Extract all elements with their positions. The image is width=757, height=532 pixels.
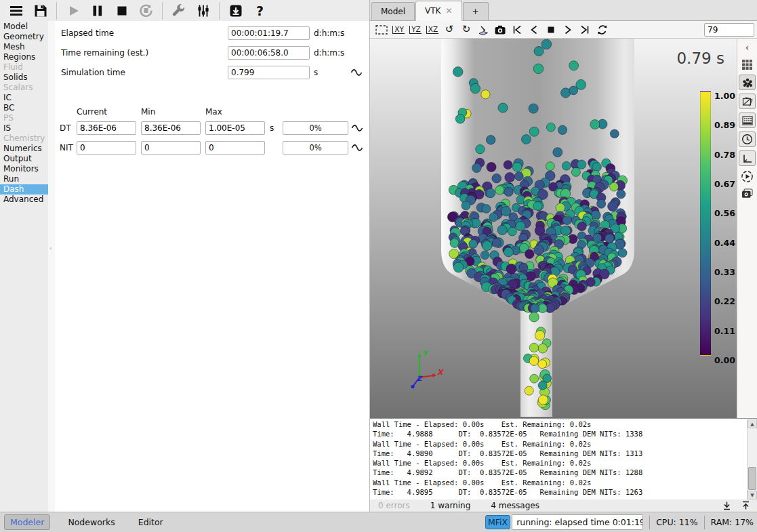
axes-toggle-button[interactable] <box>739 150 756 166</box>
reset-view-icon[interactable] <box>374 23 389 37</box>
view-xy-icon[interactable]: XY <box>391 23 406 37</box>
scroll-to-bottom-icon[interactable] <box>720 500 733 511</box>
status-separator <box>649 516 650 529</box>
snapshot-camera-icon[interactable] <box>493 23 508 37</box>
dash-panel: Elapsed time d:h:m:s Time remaining (est… <box>55 21 369 512</box>
capture-image-icon[interactable] <box>739 186 756 200</box>
console-line: Time: 4.9888 DT: 0.83572E-05 Remaining D… <box>373 429 745 438</box>
console-log: Wall Time - Elapsed: 0.00s Est. Remainin… <box>373 420 745 499</box>
next-frame-icon[interactable] <box>560 23 575 37</box>
menu-icon[interactable] <box>4 1 28 20</box>
rotate-left-icon[interactable]: ↺ <box>442 23 457 37</box>
tab-model[interactable]: Model <box>371 2 415 20</box>
parameters-sliders-icon[interactable] <box>191 1 215 20</box>
nav-item-fluid: Fluid <box>0 62 48 73</box>
help-icon[interactable]: ? <box>248 1 272 20</box>
elapsed-time-unit: d:h:m:s <box>314 28 348 38</box>
nav-item-advanced[interactable]: Advanced <box>0 195 48 205</box>
messages-count[interactable]: 4 messages <box>491 501 539 510</box>
nav-item-bc[interactable]: BC <box>0 103 48 113</box>
console-output[interactable]: ····· Wall Time - Elapsed: 0.00s Est. Re… <box>370 418 757 499</box>
first-frame-icon[interactable] <box>510 23 525 37</box>
header-current: Current <box>77 107 141 117</box>
colorbar-tick: 0.89 <box>714 120 735 130</box>
scroll-down-arrow[interactable]: ▼ <box>748 491 757 499</box>
console-line: Time: 4.9892 DT: 0.83572E-05 Remaining D… <box>373 468 745 477</box>
mode-tab-editor[interactable]: Editor <box>133 515 169 529</box>
time-remaining-unit: d:h:m:s <box>314 48 348 58</box>
stop-icon[interactable] <box>110 1 134 20</box>
view-yz-icon[interactable]: YZ <box>408 23 423 37</box>
scroll-to-top-icon[interactable] <box>739 500 752 511</box>
errors-count[interactable]: 0 errors <box>378 501 410 510</box>
particles-toggle-button[interactable] <box>739 75 756 90</box>
last-frame-icon[interactable] <box>577 23 592 37</box>
plot-squiggle-icon[interactable] <box>350 123 365 133</box>
toolbar-separator <box>56 2 57 20</box>
nav-item-model[interactable]: Model <box>0 22 48 32</box>
plot-squiggle-icon[interactable] <box>349 68 364 77</box>
dt-label: DT <box>60 123 77 133</box>
tab-close-icon[interactable]: ✕ <box>445 6 452 16</box>
nav-item-numerics[interactable]: Numerics <box>0 144 48 154</box>
nit-current-input[interactable] <box>77 141 136 155</box>
nav-item-mesh[interactable]: Mesh <box>0 42 48 52</box>
nav-item-dash[interactable]: Dash <box>0 184 48 195</box>
tab-vtk[interactable]: VTK ✕ <box>415 1 462 21</box>
nav-item-output[interactable]: Output <box>0 154 48 164</box>
rotate-right-icon[interactable]: ↻ <box>459 23 474 37</box>
run-status-field: running: elapsed time 0:01:19 <box>512 514 643 530</box>
render-time-label: 0.79 s <box>676 49 724 67</box>
dt-min-input[interactable] <box>141 121 201 135</box>
console-scrollbar[interactable]: ▲ ▼ <box>747 420 757 499</box>
time-remaining-input[interactable] <box>228 46 310 60</box>
message-bar-icons <box>720 500 757 511</box>
nav-item-monitors[interactable]: Monitors <box>0 164 48 174</box>
nav-item-ic[interactable]: IC <box>0 93 48 103</box>
elapsed-time-input[interactable] <box>228 26 310 40</box>
frame-number-input[interactable] <box>704 23 754 37</box>
settings-wrench-icon[interactable] <box>167 1 190 20</box>
dt-max-input[interactable] <box>205 121 265 135</box>
stop-playback-icon[interactable] <box>544 23 558 37</box>
nav-item-solids[interactable]: Solids <box>0 73 48 83</box>
nit-max-input[interactable] <box>205 141 265 155</box>
view-xz-icon[interactable]: XZ <box>425 23 440 37</box>
toolbar-separator <box>219 2 220 20</box>
time-label-toggle-button[interactable] <box>739 131 756 147</box>
mode-tab-modeler[interactable]: Modeler <box>4 514 50 530</box>
perspective-icon[interactable] <box>476 23 491 37</box>
colorbar-tick: 0.78 <box>714 150 735 160</box>
colorbar-tick: 0.11 <box>714 326 735 336</box>
collapse-panel-icon[interactable]: ‹ <box>739 41 756 54</box>
update-icon[interactable] <box>224 1 247 20</box>
dt-current-input[interactable] <box>77 121 136 135</box>
grid-icon[interactable] <box>739 58 756 71</box>
view-xy-label: XY <box>392 26 405 34</box>
mode-tab-nodeworks[interactable]: Nodeworks <box>62 515 120 529</box>
vtk-scene[interactable]: X Y Z 0.79 s 1.000.890.780.670.560.440.3… <box>370 39 737 418</box>
console-line: Time: 4.9895 DT: 0.83572E-05 Remaining D… <box>373 487 745 497</box>
colorbar-toggle-button[interactable] <box>739 112 756 128</box>
play-loop-icon[interactable] <box>594 23 609 37</box>
scrollbar-thumb[interactable] <box>748 467 756 490</box>
nav-item-is[interactable]: IS <box>0 123 48 134</box>
tab-new[interactable]: + <box>463 2 489 20</box>
run-status-group: MFiX running: elapsed time 0:01:19 <box>485 514 643 530</box>
nav-item-run[interactable]: Run <box>0 174 48 184</box>
geometry-toggle-button[interactable] <box>739 94 756 109</box>
nav-splitter[interactable]: ‹ <box>48 21 55 512</box>
nav-item-geometry[interactable]: Geometry <box>0 32 48 42</box>
nav-item-regions[interactable]: Regions <box>0 52 48 62</box>
plot-squiggle-icon[interactable] <box>350 143 365 152</box>
simulation-time-input[interactable] <box>228 66 310 79</box>
save-icon[interactable] <box>28 1 52 20</box>
previous-frame-icon[interactable] <box>527 23 541 37</box>
pause-icon[interactable] <box>85 1 109 20</box>
nit-min-input[interactable] <box>141 141 201 155</box>
dt-progress-bar: 0% <box>283 121 348 135</box>
play-animation-icon[interactable] <box>739 169 756 183</box>
warnings-count[interactable]: 1 warning <box>430 501 471 510</box>
scroll-up-arrow[interactable]: ▲ <box>748 420 757 428</box>
cpu-usage: CPU: 11% <box>656 517 697 527</box>
